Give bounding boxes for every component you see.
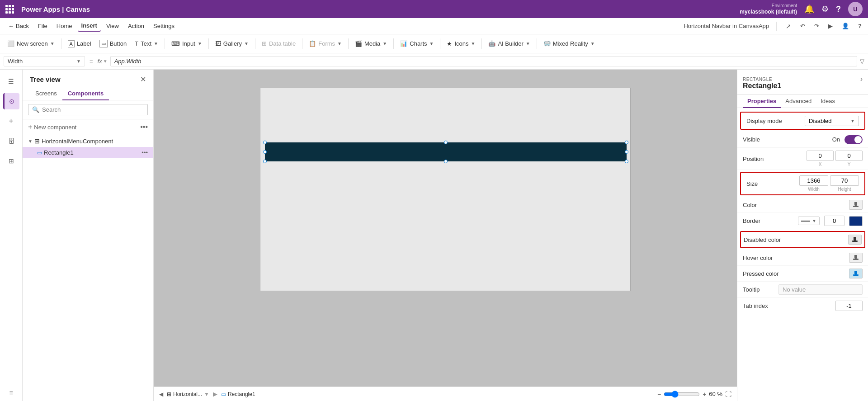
breadcrumb-rectangle[interactable]: ▭ Rectangle1 — [221, 391, 255, 397]
tab-index-input[interactable] — [835, 301, 863, 311]
handle-bottom-left[interactable] — [263, 160, 267, 163]
help-menu-icon[interactable]: ? — [856, 21, 863, 31]
forms-button[interactable]: 📋 Forms ▼ — [305, 38, 345, 49]
tab-properties[interactable]: Properties — [743, 95, 781, 108]
component-item[interactable]: ▼ ⊞ HorizontalMenuComponent — [23, 135, 153, 147]
database-icon[interactable]: 🗄 — [3, 133, 19, 149]
handle-top-right[interactable] — [625, 141, 628, 144]
tooltip-input[interactable] — [778, 284, 863, 295]
new-component-button[interactable]: + New component — [28, 123, 76, 131]
canvas-area: ◀ ⊞ Horizontal... ▼ ▶ ▭ Rectangle1 − + 6… — [154, 70, 737, 401]
avatar[interactable]: U — [848, 2, 863, 16]
view-menu[interactable]: View — [103, 21, 123, 31]
file-menu[interactable]: File — [34, 21, 51, 31]
handle-bottom-center[interactable] — [444, 160, 448, 163]
size-highlighted: Size Width Height — [740, 172, 865, 195]
main-content: ☰ ⊙ + 🗄 ⊞ ≡ Tree view ✕ Screens Componen… — [0, 70, 868, 401]
hover-color-label: Hover color — [743, 255, 849, 261]
variable-icon[interactable]: ≡ — [3, 385, 19, 401]
visible-toggle[interactable] — [844, 135, 863, 144]
border-style-select[interactable]: ▼ — [798, 217, 820, 225]
tab-index-label: Tab index — [743, 302, 835, 309]
size-width-input[interactable] — [799, 175, 828, 186]
chevron-border-icon: ▼ — [812, 218, 816, 223]
expand-formula-icon[interactable]: ▽ — [860, 58, 864, 65]
display-mode-select[interactable]: Disabled ▼ — [805, 116, 859, 126]
action-menu[interactable]: Action — [124, 21, 148, 31]
undo-icon[interactable]: ↶ — [798, 21, 807, 31]
play-icon[interactable]: ▶ — [826, 21, 835, 31]
formula-property-select[interactable]: Width ▼ — [4, 56, 85, 66]
more-rect-icon[interactable]: ••• — [142, 149, 148, 156]
share-icon[interactable]: ↗ — [784, 21, 793, 32]
add-icon[interactable]: + — [3, 113, 19, 129]
position-x-input[interactable] — [807, 151, 834, 161]
tab-screens[interactable]: Screens — [30, 87, 62, 100]
canvas-scroll-area[interactable] — [154, 70, 737, 387]
breadcrumb-component[interactable]: ⊞ Horizontal... ▼ — [167, 391, 209, 397]
label-button[interactable]: A Label — [64, 38, 95, 49]
handle-middle-right[interactable] — [625, 150, 628, 154]
back-button[interactable]: ← Back — [5, 21, 33, 31]
waffle-icon[interactable] — [5, 5, 14, 14]
hover-color-picker[interactable] — [849, 253, 863, 263]
border-width-input[interactable] — [824, 216, 844, 226]
tree-close-button[interactable]: ✕ — [140, 75, 146, 84]
person-icon[interactable]: 👤 — [840, 21, 851, 31]
disabled-color-picker[interactable] — [848, 235, 862, 245]
help-icon[interactable]: ? — [836, 5, 841, 14]
position-y-input[interactable] — [835, 151, 863, 161]
paint-bucket-icon — [852, 201, 859, 208]
rectangle-item[interactable]: ▭ Rectangle1 ••• — [23, 147, 153, 158]
notifications-icon[interactable]: 🔔 — [804, 4, 814, 14]
redo-icon[interactable]: ↷ — [812, 21, 821, 31]
properties-body: Display mode Disabled ▼ Visible On — [737, 108, 868, 316]
text-button[interactable]: T Text ▼ — [131, 38, 162, 49]
color-picker-button[interactable] — [849, 200, 863, 210]
search-box: 🔍 — [28, 104, 148, 115]
button-button[interactable]: ▭ Button — [96, 38, 131, 49]
mixed-reality-button[interactable]: 🥽 Mixed Reality ▼ — [540, 38, 599, 49]
zoom-in-button[interactable]: + — [703, 391, 706, 398]
canvas-bottom-bar: ◀ ⊞ Horizontal... ▼ ▶ ▭ Rectangle1 − + 6… — [154, 387, 737, 401]
insert-menu[interactable]: Insert — [78, 20, 101, 32]
border-color-swatch[interactable] — [849, 216, 863, 226]
toolbar: ⬜ New screen ▼ A Label ▭ Button T Text ▼… — [0, 34, 868, 53]
gallery-button[interactable]: 🖼 Gallery ▼ — [212, 38, 252, 49]
handle-bottom-right[interactable] — [625, 160, 628, 163]
pressed-color-picker[interactable] — [849, 269, 863, 278]
more-icon[interactable]: ••• — [140, 123, 148, 131]
disabled-color-row: Disabled color — [741, 232, 864, 247]
home-menu[interactable]: Home — [53, 21, 76, 31]
size-height-input[interactable] — [830, 175, 859, 186]
handle-top-center[interactable] — [444, 141, 448, 144]
zoom-out-button[interactable]: − — [657, 391, 661, 398]
tab-advanced[interactable]: Advanced — [781, 95, 816, 108]
fullscreen-icon[interactable]: ⛶ — [725, 391, 731, 398]
ai-builder-button[interactable]: 🤖 AI Builder ▼ — [485, 38, 533, 49]
scroll-left-icon[interactable]: ◀ — [159, 391, 163, 397]
handle-top-left[interactable] — [263, 141, 267, 144]
charts-button[interactable]: 📊 Charts ▼ — [396, 38, 437, 49]
new-screen-button[interactable]: ⬜ New screen ▼ — [4, 38, 58, 49]
icons-button[interactable]: ★ Icons ▼ — [443, 38, 479, 49]
media-button[interactable]: 🎬 Media ▼ — [351, 38, 391, 49]
layers-icon[interactable]: ⊙ — [3, 93, 19, 109]
position-inputs: X Y — [807, 151, 863, 167]
settings-icon[interactable]: ⚙ — [821, 4, 829, 14]
datatable-button[interactable]: ⊞ Data table — [258, 38, 299, 49]
formula-input[interactable] — [110, 56, 857, 66]
tab-ideas[interactable]: Ideas — [816, 95, 840, 108]
fx-label: fx — [98, 58, 102, 65]
search-input[interactable] — [42, 106, 144, 113]
selected-rectangle[interactable] — [265, 142, 627, 161]
component-icon-left[interactable]: ⊞ — [3, 153, 19, 169]
hamburger-icon[interactable]: ☰ — [3, 73, 19, 90]
settings-menu[interactable]: Settings — [150, 21, 178, 31]
handle-middle-left[interactable] — [263, 150, 267, 154]
border-label: Border — [743, 217, 795, 224]
zoom-slider[interactable] — [664, 391, 700, 398]
input-button[interactable]: ⌨ Input ▼ — [168, 38, 206, 49]
tab-components[interactable]: Components — [62, 87, 109, 100]
panel-expand-icon[interactable]: › — [860, 75, 863, 83]
